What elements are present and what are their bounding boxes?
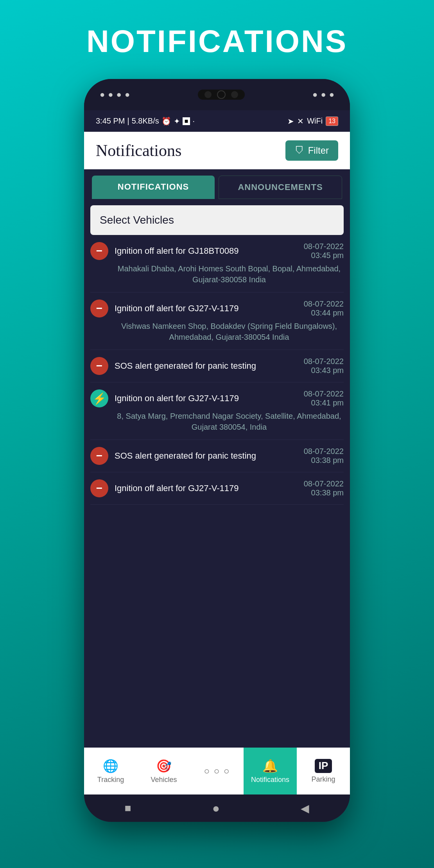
notification-address: Vishwas Namkeen Shop, Bodakdev (Spring F… bbox=[90, 317, 344, 343]
tab-notifications[interactable]: NOTIFICATIONS bbox=[92, 176, 215, 199]
tracking-label: Tracking bbox=[97, 776, 124, 784]
android-nav: ■ ● ◀ bbox=[84, 794, 350, 822]
notification-icon-sos: − bbox=[90, 357, 108, 375]
nav-item-more[interactable]: ○ ○ ○ bbox=[190, 748, 244, 794]
more-icon: ○ ○ ○ bbox=[204, 766, 230, 777]
select-vehicles-bar[interactable]: Select Vehicles bbox=[90, 205, 344, 235]
table-row[interactable]: − Ignition off alert for GJ18BT0089 08-0… bbox=[90, 235, 344, 292]
tracking-icon: 🌐 bbox=[103, 759, 118, 773]
minus-icon: − bbox=[96, 246, 102, 256]
notification-icon-off: − bbox=[90, 479, 108, 497]
parking-icon: IP bbox=[315, 759, 332, 773]
table-row[interactable]: − Ignition off alert for GJ27-V-1179 08-… bbox=[90, 472, 344, 505]
bottom-nav: 🌐 Tracking 🎯 Vehicles ○ ○ ○ 🔔 Notificati… bbox=[84, 748, 350, 794]
notification-datetime: 08-07-2022 03:41 pm bbox=[304, 389, 344, 407]
notification-datetime: 08-07-2022 03:38 pm bbox=[304, 479, 344, 497]
status-bar: 3:45 PM | 5.8KB/s ⏰ ✦ ■ · ➤ ✕ WiFi 13 bbox=[84, 110, 350, 132]
android-back-btn[interactable]: ◀ bbox=[301, 802, 309, 815]
notification-address: Mahakali Dhaba, Arohi Homes South Bopal,… bbox=[90, 260, 344, 285]
app-header-title: Notifications bbox=[96, 141, 181, 160]
minus-icon: − bbox=[96, 450, 102, 461]
notch-left: ●●●● bbox=[100, 90, 130, 100]
battery-icon: 13 bbox=[326, 117, 338, 126]
notification-title: SOS alert generated for panic testing bbox=[115, 361, 299, 371]
android-square-btn[interactable]: ■ bbox=[125, 802, 131, 814]
app-header: Notifications ⛉ Filter bbox=[84, 132, 350, 169]
nav-item-tracking[interactable]: 🌐 Tracking bbox=[84, 748, 137, 794]
notifications-label: Notifications bbox=[251, 776, 289, 784]
notification-icon-sos: − bbox=[90, 447, 108, 465]
table-row[interactable]: − SOS alert generated for panic testing … bbox=[90, 440, 344, 472]
phone-shell: ●●●● ●●● 3:45 PM | 5.8KB/s ⏰ ✦ ■ · ➤ ✕ W… bbox=[84, 79, 350, 822]
notification-datetime: 08-07-2022 03:45 pm bbox=[304, 242, 344, 260]
notification-title: Ignition off alert for GJ27-V-1179 bbox=[115, 483, 299, 493]
notification-datetime: 08-07-2022 03:38 pm bbox=[304, 447, 344, 465]
notification-address: 8, Satya Marg, Premchand Nagar Society, … bbox=[90, 407, 344, 432]
notification-title: Ignition off alert for GJ18BT0089 bbox=[115, 246, 299, 256]
table-row[interactable]: ⚡ Ignition on alert for GJ27-V-1179 08-0… bbox=[90, 382, 344, 440]
android-home-btn[interactable]: ● bbox=[212, 801, 220, 816]
table-row[interactable]: − SOS alert generated for panic testing … bbox=[90, 350, 344, 382]
nav-item-parking[interactable]: IP Parking bbox=[297, 748, 350, 794]
status-icons: ➤ ✕ WiFi 13 bbox=[287, 117, 338, 126]
select-vehicles-label: Select Vehicles bbox=[100, 214, 174, 226]
notification-icon-off: − bbox=[90, 242, 108, 260]
notifications-list: − Ignition off alert for GJ18BT0089 08-0… bbox=[84, 235, 350, 748]
tab-announcements[interactable]: ANNOUNCEMENTS bbox=[219, 176, 342, 199]
app-content: Notifications ⛉ Filter NOTIFICATIONS ANN… bbox=[84, 132, 350, 794]
notification-title: Ignition on alert for GJ27-V-1179 bbox=[115, 393, 299, 404]
phone-top-bar: ●●●● ●●● bbox=[84, 79, 350, 110]
camera-notch bbox=[198, 90, 245, 100]
parking-label: Parking bbox=[311, 775, 335, 784]
notification-icon-off: − bbox=[90, 299, 108, 317]
notification-datetime: 08-07-2022 03:43 pm bbox=[304, 357, 344, 375]
filter-label: Filter bbox=[308, 145, 329, 156]
notifications-icon: 🔔 bbox=[262, 759, 278, 773]
minus-icon: − bbox=[96, 360, 102, 371]
vehicles-label: Vehicles bbox=[151, 776, 177, 784]
notch-right: ●●● bbox=[312, 90, 334, 100]
status-time: 3:45 PM | 5.8KB/s ⏰ ✦ ■ · bbox=[96, 117, 195, 126]
vehicles-icon: 🎯 bbox=[156, 759, 172, 773]
minus-icon: − bbox=[96, 303, 102, 314]
filter-icon: ⛉ bbox=[295, 145, 304, 156]
bolt-icon: ⚡ bbox=[93, 392, 106, 405]
nav-item-notifications[interactable]: 🔔 Notifications bbox=[244, 748, 297, 794]
tab-bar: NOTIFICATIONS ANNOUNCEMENTS bbox=[84, 169, 350, 199]
filter-button[interactable]: ⛉ Filter bbox=[285, 140, 338, 161]
notification-title: Ignition off alert for GJ27-V-1179 bbox=[115, 303, 299, 314]
notification-title: SOS alert generated for panic testing bbox=[115, 451, 299, 461]
minus-icon: − bbox=[96, 483, 102, 494]
nav-item-vehicles[interactable]: 🎯 Vehicles bbox=[137, 748, 190, 794]
notification-icon-on: ⚡ bbox=[90, 389, 108, 407]
table-row[interactable]: − Ignition off alert for GJ27-V-1179 08-… bbox=[90, 292, 344, 350]
page-title: NOTIFICATIONS bbox=[86, 23, 348, 59]
notification-datetime: 08-07-2022 03:44 pm bbox=[304, 299, 344, 317]
